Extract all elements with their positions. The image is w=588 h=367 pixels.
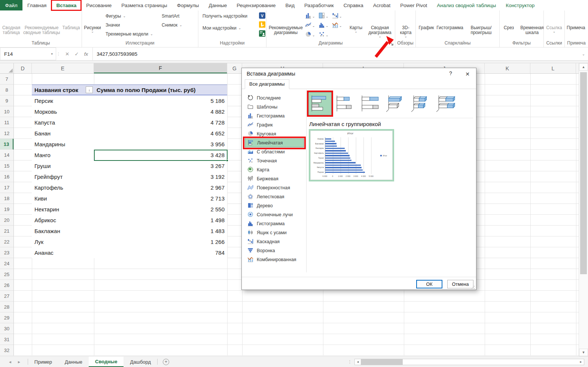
row-header[interactable]: 18 bbox=[0, 193, 13, 204]
row-header[interactable]: 17 bbox=[0, 182, 13, 193]
pie-chart-button[interactable]: ⌄ bbox=[305, 30, 319, 40]
column-header-g[interactable]: G bbox=[227, 63, 242, 73]
comment-button[interactable]: Примеча bbox=[566, 12, 586, 31]
row-header[interactable]: 31 bbox=[0, 334, 13, 345]
row-header[interactable]: 8 bbox=[0, 85, 13, 95]
pivot-row-value[interactable]: 4 882 bbox=[94, 108, 227, 115]
row-header[interactable]: 32 bbox=[0, 345, 13, 356]
link-button[interactable]: Ссылка ⌄ bbox=[545, 12, 564, 33]
ok-button[interactable]: ОК bbox=[416, 280, 442, 288]
chart-type-item[interactable]: Каскадная bbox=[245, 237, 304, 246]
chart-type-item[interactable]: Дерево bbox=[245, 201, 304, 210]
select-all-corner[interactable] bbox=[0, 63, 14, 73]
sheet-nav-left-icon[interactable]: ◄ bbox=[8, 360, 12, 364]
chart-type-item[interactable]: Биржевая bbox=[245, 174, 304, 183]
scroll-down-icon[interactable]: ▼ bbox=[579, 349, 588, 356]
column-header-f[interactable]: F bbox=[94, 63, 227, 73]
row-header[interactable]: 22 bbox=[0, 236, 13, 247]
scroll-left-icon[interactable]: ◄ bbox=[355, 359, 361, 365]
people-graph-addin-icon[interactable] bbox=[259, 30, 265, 38]
pivot-row-value[interactable]: 1 266 bbox=[94, 239, 227, 245]
row-header[interactable]: 26 bbox=[0, 280, 13, 291]
pivot-row-name[interactable]: Абрикос bbox=[32, 217, 94, 223]
add-sheet-button[interactable]: + bbox=[163, 359, 169, 365]
chart-type-item[interactable]: График bbox=[245, 120, 304, 129]
chart-type-item[interactable]: С областями bbox=[245, 147, 304, 156]
chart-subtype-item[interactable] bbox=[308, 92, 332, 115]
column-header-d[interactable]: D bbox=[14, 63, 32, 73]
row-header[interactable]: 7 bbox=[0, 74, 13, 85]
table-button[interactable]: Таблица bbox=[61, 12, 81, 31]
horizontal-scrollbar[interactable]: ◄ ► bbox=[354, 359, 584, 365]
bing-addin-icon[interactable] bbox=[259, 21, 265, 29]
recommended-charts-button[interactable]: ? Рекомендуемые диаграммы bbox=[267, 12, 304, 36]
pivot-row-value[interactable]: 784 bbox=[94, 250, 227, 256]
pivot-row-name[interactable]: Груши bbox=[32, 163, 94, 169]
name-box[interactable]: F14 ▾ bbox=[0, 48, 56, 60]
row-header[interactable]: 16 bbox=[0, 171, 13, 182]
name-box-splitter[interactable]: ⋮ bbox=[56, 48, 61, 60]
sparkline-column-button[interactable]: Гистограмма bbox=[438, 12, 461, 31]
pivot-row-value[interactable]: 3 956 bbox=[94, 141, 227, 147]
row-header[interactable]: 27 bbox=[0, 291, 13, 302]
pivot-row-value[interactable]: 1 483 bbox=[94, 228, 227, 234]
pivot-row-value[interactable]: 4 728 bbox=[94, 119, 227, 126]
column-header-e[interactable]: E bbox=[32, 63, 94, 73]
chart-type-item[interactable]: Точечная bbox=[245, 156, 304, 165]
ribbon-tab[interactable]: Главная bbox=[22, 0, 51, 10]
pivot-row-name[interactable]: Мандарины bbox=[32, 141, 94, 147]
pivot-row-name[interactable]: Грейпфрут bbox=[32, 174, 94, 180]
ribbon-tab[interactable]: Вставка bbox=[51, 0, 81, 10]
row-header[interactable]: 25 bbox=[0, 269, 13, 280]
vertical-scrollbar[interactable]: ▲ ▼ bbox=[579, 63, 588, 356]
cancel-button[interactable]: Отмена bbox=[447, 280, 473, 288]
dialog-resize-grip[interactable] bbox=[471, 285, 475, 288]
chart-subtype-item[interactable] bbox=[384, 92, 407, 115]
sheet-tab[interactable]: Дашборд bbox=[124, 357, 157, 367]
pivot-row-name[interactable]: Персик bbox=[32, 98, 94, 104]
smartart-button[interactable]: SmartArt bbox=[158, 12, 184, 21]
ribbon-tab[interactable]: Вид bbox=[281, 0, 299, 10]
vertical-scroll-thumb[interactable] bbox=[580, 72, 587, 274]
chart-type-item[interactable]: Гистограмма bbox=[245, 111, 304, 120]
chart-type-item[interactable]: Комбинированная bbox=[245, 255, 304, 264]
chart-type-item[interactable]: Ящик с усами bbox=[245, 228, 304, 237]
row-header[interactable]: 11 bbox=[0, 117, 13, 128]
pivot-row-value[interactable]: 2 550 bbox=[94, 206, 227, 212]
confirm-entry-icon[interactable]: ✓ bbox=[74, 51, 79, 57]
combo-chart-button[interactable]: ⌄ bbox=[332, 21, 345, 30]
pivot-row-name[interactable]: Картофель bbox=[32, 184, 94, 191]
chart-type-item[interactable]: Лепестковая bbox=[245, 192, 304, 201]
tab-all-charts[interactable]: Все диаграммы bbox=[245, 79, 289, 89]
pivot-row-value[interactable]: 5 186 bbox=[94, 98, 227, 104]
column-header-k[interactable]: K bbox=[485, 63, 530, 73]
horizontal-scroll-thumb[interactable] bbox=[361, 359, 403, 365]
row-header[interactable]: 30 bbox=[0, 323, 13, 334]
row-header[interactable]: 12 bbox=[0, 128, 13, 139]
pivot-row-value[interactable]: 1 498 bbox=[94, 217, 227, 223]
chart-type-item[interactable]: Круговая bbox=[245, 129, 304, 138]
cancel-entry-icon[interactable]: ✕ bbox=[65, 51, 69, 57]
row-header[interactable]: 15 bbox=[0, 160, 13, 171]
sheet-tab[interactable]: Данные bbox=[58, 357, 89, 367]
ribbon-tab[interactable]: Формулы bbox=[172, 0, 204, 10]
chart-type-item[interactable]: Гистограмма bbox=[245, 219, 304, 228]
ribbon-tab[interactable]: Acrobat bbox=[368, 0, 396, 10]
pivot-row-name[interactable]: Лук bbox=[32, 239, 94, 245]
row-header[interactable]: 23 bbox=[0, 247, 13, 258]
pivot-row-name[interactable]: Манго bbox=[32, 152, 94, 158]
ribbon-tab[interactable]: Разработчик bbox=[299, 0, 339, 10]
chart-type-item[interactable]: Солнечные лучи bbox=[245, 210, 304, 219]
scroll-right-icon[interactable]: ► bbox=[578, 359, 584, 365]
waterfall-chart-button[interactable]: ⌄ bbox=[332, 12, 345, 21]
ribbon-tab[interactable]: Анализ сводной таблицы bbox=[432, 0, 501, 10]
chart-type-item[interactable]: Поверхностная bbox=[245, 183, 304, 192]
sort-filter-button[interactable]: ↓ bbox=[86, 86, 93, 93]
row-header[interactable]: 24 bbox=[0, 258, 13, 269]
pivot-row-value[interactable]: 3 428 bbox=[94, 152, 227, 158]
row-header[interactable]: 10 bbox=[0, 106, 13, 117]
row-header[interactable]: 19 bbox=[0, 204, 13, 215]
my-addins-button[interactable]: Мои надстройки ⌄ bbox=[199, 24, 259, 33]
formula-input[interactable]: 3427,5037593985 bbox=[93, 48, 579, 60]
row-header[interactable]: 9 bbox=[0, 95, 13, 106]
